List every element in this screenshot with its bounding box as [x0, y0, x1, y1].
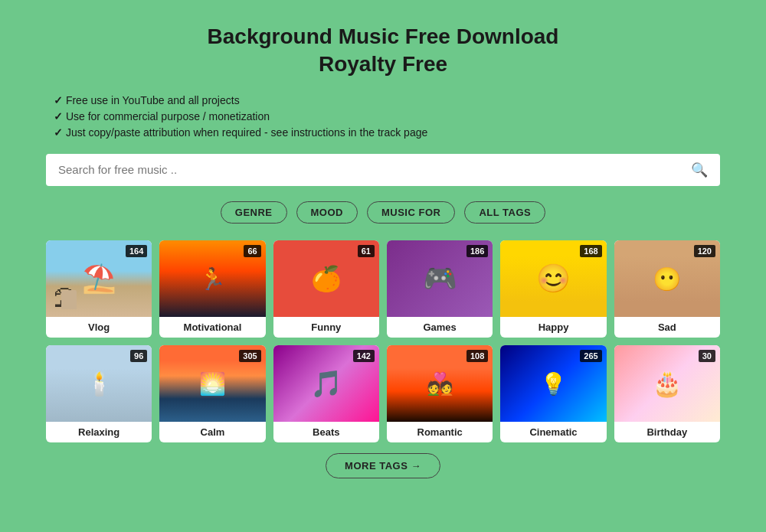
category-vlog[interactable]: ⛱️ 164 Vlog	[46, 240, 152, 338]
funny-label: Funny	[273, 317, 379, 338]
search-bar: 🔍	[46, 154, 720, 186]
motivational-label: Motivational	[159, 317, 265, 338]
category-games[interactable]: 🎮 186 Games	[387, 240, 493, 338]
motivational-badge: 66	[244, 245, 260, 257]
happy-icon: 😊	[536, 263, 571, 295]
category-motivational[interactable]: 🏃 66 Motivational	[159, 240, 265, 338]
tag-music-for-button[interactable]: MUSIC FOR	[367, 201, 455, 224]
category-calm[interactable]: 🌅 305 Calm	[159, 345, 265, 442]
tag-genre-button[interactable]: GENRE	[221, 201, 287, 224]
category-romantic[interactable]: 💑 108 Romantic	[387, 345, 493, 442]
category-birthday[interactable]: 🎂 30 Birthday	[614, 345, 720, 442]
romantic-label: Romantic	[387, 422, 493, 442]
calm-badge: 305	[239, 350, 260, 362]
category-motivational-image: 🏃 66	[159, 240, 265, 317]
relaxing-label: Relaxing	[46, 422, 152, 442]
games-label: Games	[387, 317, 493, 338]
feature-item-3: Just copy/paste attribution when require…	[54, 126, 720, 139]
feature-item-1: Free use in YouTube and all projects	[54, 94, 720, 106]
beats-icon: 🎵	[310, 368, 342, 399]
funny-badge: 61	[358, 245, 375, 257]
birthday-icon: 🎂	[652, 369, 683, 398]
calm-label: Calm	[159, 422, 265, 442]
category-cinematic-image: 💡 265	[500, 345, 606, 422]
more-tags-button[interactable]: MORE TAGS →	[326, 453, 440, 478]
category-sad-image: 😶 120	[614, 240, 720, 317]
birthday-badge: 30	[699, 350, 715, 362]
games-icon: 🎮	[423, 263, 457, 295]
cinematic-label: Cinematic	[500, 422, 606, 442]
category-beats[interactable]: 🎵 142 Beats	[273, 345, 379, 442]
page-wrapper: Background Music Free Download Royalty F…	[0, 0, 766, 532]
category-happy[interactable]: 😊 168 Happy	[500, 240, 606, 338]
sad-icon: 😶	[653, 265, 681, 292]
categories-grid-row1: ⛱️ 164 Vlog 🏃 66 Motivational 🍊 61 Funny…	[46, 240, 720, 338]
category-funny[interactable]: 🍊 61 Funny	[273, 240, 379, 338]
search-input[interactable]	[58, 163, 691, 176]
games-badge: 186	[466, 245, 488, 257]
calm-icon: 🌅	[199, 370, 226, 396]
category-romantic-image: 💑 108	[387, 345, 493, 422]
romantic-badge: 108	[466, 350, 488, 362]
relaxing-badge: 96	[130, 350, 147, 362]
category-funny-image: 🍊 61	[273, 240, 379, 317]
feature-item-2: Use for commercial purpose / monetizatio…	[54, 110, 720, 122]
happy-badge: 168	[580, 245, 601, 257]
cinematic-badge: 265	[580, 350, 601, 362]
tag-all-tags-button[interactable]: ALL TAGS	[464, 201, 545, 224]
sad-label: Sad	[614, 317, 720, 338]
category-vlog-image: ⛱️ 164	[46, 240, 152, 317]
birthday-label: Birthday	[614, 422, 720, 442]
cinematic-icon: 💡	[540, 370, 567, 396]
happy-label: Happy	[500, 317, 606, 338]
page-title: Background Music Free Download Royalty F…	[46, 23, 720, 79]
category-cinematic[interactable]: 💡 265 Cinematic	[500, 345, 606, 442]
category-calm-image: 🌅 305	[159, 345, 265, 422]
category-birthday-image: 🎂 30	[614, 345, 720, 422]
search-icon[interactable]: 🔍	[691, 162, 708, 178]
tag-mood-button[interactable]: MOOD	[296, 201, 358, 224]
beats-badge: 142	[353, 350, 375, 362]
motivational-icon: 🏃	[199, 266, 226, 291]
features-list: Free use in YouTube and all projects Use…	[46, 94, 720, 139]
relaxing-icon: 🕯️	[85, 370, 113, 397]
romantic-icon: 💑	[427, 370, 453, 396]
categories-grid-row2: 🕯️ 96 Relaxing 🌅 305 Calm 🎵 142 Beats 💑 …	[46, 345, 720, 442]
category-sad[interactable]: 😶 120 Sad	[614, 240, 720, 338]
category-relaxing[interactable]: 🕯️ 96 Relaxing	[46, 345, 152, 442]
tags-row: GENRE MOOD MUSIC FOR ALL TAGS	[46, 201, 720, 224]
category-games-image: 🎮 186	[387, 240, 493, 317]
sad-badge: 120	[694, 245, 715, 257]
beats-label: Beats	[273, 422, 379, 442]
vlog-icon: ⛱️	[82, 263, 116, 295]
vlog-label: Vlog	[46, 317, 152, 338]
category-relaxing-image: 🕯️ 96	[46, 345, 152, 422]
category-beats-image: 🎵 142	[273, 345, 379, 422]
vlog-badge: 164	[126, 245, 147, 257]
category-happy-image: 😊 168	[500, 240, 606, 317]
funny-icon: 🍊	[311, 264, 342, 293]
